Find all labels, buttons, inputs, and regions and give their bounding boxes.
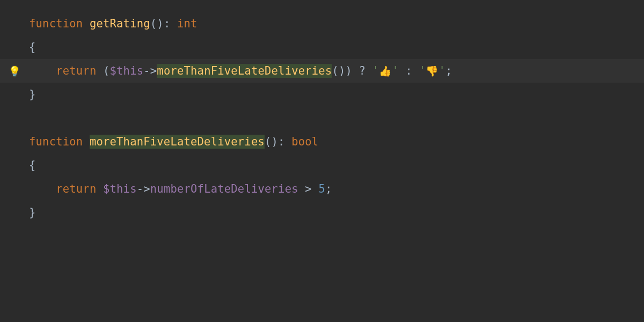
colon: : [278,135,285,148]
function-name: getRating [90,17,150,30]
brace-close: } [29,88,36,101]
brace-open: { [29,41,36,54]
semicolon: ; [445,64,452,77]
code-line[interactable]: } [0,83,644,106]
gutter: 💡 [0,65,29,77]
code-content[interactable]: { [29,159,644,172]
code-content[interactable]: { [29,41,644,54]
property-name: numberOfLateDeliveries [150,182,298,195]
ternary-q: ? [359,64,366,77]
colon: : [164,17,171,30]
thumbs-up-icon: 👍 [379,65,392,77]
code-line[interactable]: function getRating(): int [0,12,644,35]
gt-op: > [305,182,312,195]
string-quote: ' [372,64,379,77]
function-name-highlighted: moreThanFiveLateDeliveries [90,135,265,149]
var-this: $this [110,64,144,77]
thumbs-down-icon: 👎 [426,65,438,77]
code-line-active[interactable]: 💡 return ($this->moreThanFiveLateDeliver… [0,59,644,83]
code-line[interactable]: } [0,201,644,224]
method-call-highlighted: moreThanFiveLateDeliveries [157,64,332,78]
parens: () [265,135,278,148]
lightbulb-icon[interactable]: 💡 [9,65,20,77]
parens: () [150,17,164,30]
var-this: $this [103,182,137,195]
call-parens: () [332,64,345,77]
string-quote: ' [419,64,426,77]
code-line[interactable]: return $this->numberOfLateDeliveries > 5… [0,177,644,201]
return-type: int [177,17,197,30]
code-line[interactable]: { [0,35,644,59]
code-content[interactable]: return $this->numberOfLateDeliveries > 5… [29,182,644,195]
brace-open: { [29,159,36,172]
code-content[interactable]: } [29,206,644,219]
keyword-function: function [29,135,83,148]
code-content[interactable]: function moreThanFiveLateDeliveries(): b… [29,135,644,148]
string-quote: ' [392,64,399,77]
arrow-op: -> [143,64,157,77]
code-content[interactable]: } [29,88,644,101]
paren-close: ) [346,64,353,77]
arrow-op: -> [137,182,150,195]
semicolon: ; [325,182,332,195]
brace-close: } [29,206,36,219]
keyword-return: return [56,64,96,77]
return-type: bool [291,135,318,148]
code-line[interactable]: function moreThanFiveLateDeliveries(): b… [0,130,644,153]
ternary-colon: : [406,64,413,77]
code-content[interactable]: function getRating(): int [29,17,644,30]
string-quote: ' [438,64,445,77]
code-content[interactable]: return ($this->moreThanFiveLateDeliverie… [29,64,644,77]
code-editor[interactable]: function getRating(): int { 💡 return ($t… [0,0,644,224]
keyword-return: return [56,182,96,195]
code-line[interactable]: { [0,153,644,177]
keyword-function: function [29,17,83,30]
paren-open: ( [103,64,110,77]
number-literal: 5 [318,182,325,195]
code-line-blank[interactable] [0,106,644,130]
